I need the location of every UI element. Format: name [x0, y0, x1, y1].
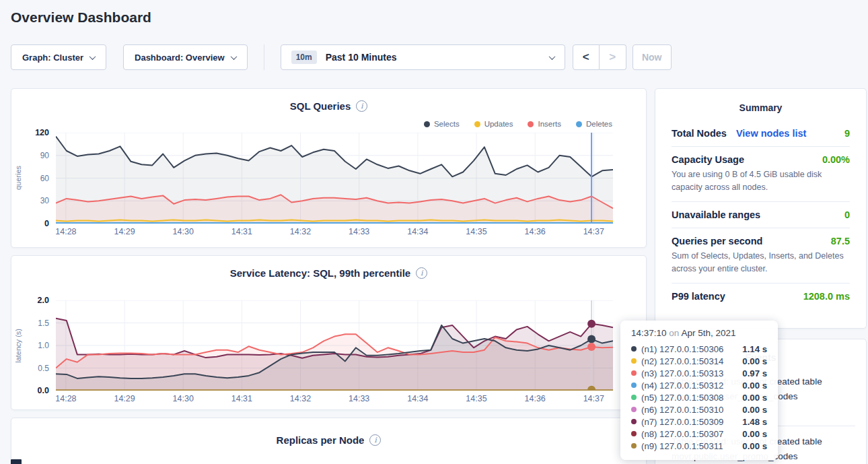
x-tick: 14:28 [55, 394, 76, 403]
dashboard-selector-dropdown[interactable]: Dashboard: Overview [123, 44, 248, 70]
time-range-label: Past 10 Minutes [326, 52, 397, 63]
node-label: (n6) 127.0.0.1:50310 [641, 405, 723, 415]
legend-label: Deletes [586, 120, 612, 128]
y-tick: 30 [40, 196, 49, 205]
tooltip-node-row: (n7) 127.0.0.1:50309 1.48 s [631, 416, 767, 428]
inserts-series-dot-icon [528, 121, 534, 127]
node-series-dot-icon [631, 358, 637, 364]
node-latency-value: 0.00 s [742, 393, 767, 403]
summary-panel: Summary Total Nodes View nodes list 9 Ca… [655, 88, 867, 329]
node-label: (n8) 127.0.0.1:50307 [641, 429, 723, 439]
chart-title: Service Latency: SQL, 99th percentile [230, 267, 410, 279]
y-axis-ticks: 2.0 1.5 1.0 0.5 0.0 [25, 300, 56, 391]
node-label: (n7) 127.0.0.1:50309 [641, 417, 723, 427]
x-tick: 14:35 [466, 227, 486, 236]
node-latency-value: 1.48 s [742, 417, 767, 427]
node-latency-value: 0.97 s [742, 368, 767, 378]
x-tick: 14:35 [466, 394, 486, 403]
y-axis-ticks: 120 90 60 30 0 [25, 133, 56, 224]
chart-title: SQL Queries [290, 100, 351, 112]
node-latency-value: 0.00 s [742, 380, 767, 391]
tooltip-time: 14:37:10 [631, 328, 667, 338]
replicas-per-node-chart-card: Replicas per Node i [11, 418, 647, 464]
chevron-down-icon [548, 53, 555, 60]
chevron-down-icon [89, 53, 96, 60]
service-latency-plot[interactable] [56, 300, 613, 391]
chart-legend: Selects Updates Inserts Deletes [424, 120, 612, 128]
x-tick: 14:33 [349, 394, 369, 403]
total-nodes-value: 9 [844, 128, 850, 139]
summary-title: Summary [672, 100, 850, 115]
x-tick: 14:28 [55, 227, 76, 236]
now-button[interactable]: Now [632, 44, 672, 70]
node-label: (n2) 127.0.0.1:50314 [641, 356, 723, 366]
capacity-usage-row: Capacity Usage 0.00% You are using 0 B o… [672, 146, 850, 201]
prev-range-button[interactable]: < [573, 44, 600, 70]
x-tick: 14:30 [173, 227, 194, 236]
graph-selector-dropdown[interactable]: Graph: Cluster [11, 44, 106, 70]
y-tick: 120 [35, 128, 49, 137]
node-series-dot-icon [631, 370, 637, 376]
chevron-down-icon [230, 53, 237, 60]
node-label: (n5) 127.0.0.1:50308 [641, 393, 723, 403]
latency-hover-tooltip: 14:37:10 on Apr 5th, 2021 (n1) 127.0.0.1… [620, 321, 778, 460]
selects-series-dot-icon [424, 121, 430, 127]
graph-selector-label: Graph: Cluster [22, 53, 83, 63]
tooltip-node-row: (n2) 127.0.0.1:50314 0.00 s [631, 355, 767, 367]
x-tick: 14:36 [525, 227, 546, 236]
x-tick: 14:34 [407, 227, 428, 236]
y-axis-label: latency (s) [14, 329, 22, 363]
tooltip-node-row: (n6) 127.0.0.1:50310 0.00 s [631, 403, 767, 416]
info-icon[interactable]: i [416, 267, 427, 279]
next-range-button[interactable]: > [600, 44, 626, 70]
x-tick: 14:33 [349, 227, 369, 236]
node-label: (n3) 127.0.0.1:50313 [641, 368, 723, 378]
node-series-dot-icon [631, 346, 637, 352]
x-tick: 14:32 [290, 227, 311, 236]
range-nav: < > [573, 44, 626, 70]
legend-item-inserts: Inserts [528, 120, 561, 128]
node-latency-value: 0.00 s [742, 441, 767, 451]
tooltip-timestamp: 14:37:10 on Apr 5th, 2021 [631, 328, 767, 338]
info-icon[interactable]: i [356, 100, 367, 112]
dashboard-selector-label: Dashboard: Overview [135, 53, 225, 63]
dashboard-controls: Graph: Cluster Dashboard: Overview 10m P… [11, 44, 857, 70]
info-icon[interactable]: i [369, 434, 381, 446]
tooltip-node-row: (n8) 127.0.0.1:50307 0.00 s [631, 428, 767, 440]
y-tick: 0 [44, 219, 49, 228]
legend-label: Updates [484, 120, 513, 128]
legend-item-selects: Selects [424, 120, 460, 128]
y-tick: 90 [40, 151, 49, 160]
unavailable-ranges-label: Unavailable ranges [672, 209, 760, 220]
page-title: Overview Dashboard [11, 9, 868, 26]
sql-queries-header: SQL Queries i [11, 89, 646, 112]
x-axis-ticks: 14:28 14:29 14:30 14:31 14:32 14:33 14:3… [56, 391, 613, 405]
unavailable-ranges-value: 0 [844, 209, 850, 220]
p99-latency-value: 1208.0 ms [803, 291, 850, 302]
node-latency-value: 0.00 s [742, 356, 767, 366]
node-series-dot-icon [631, 395, 637, 400]
node-series-dot-icon [631, 431, 637, 436]
x-tick: 14:32 [290, 394, 311, 403]
tooltip-node-row: (n1) 127.0.0.1:50306 1.14 s [631, 343, 767, 355]
x-axis-ticks: 14:28 14:29 14:30 14:31 14:32 14:33 14:3… [56, 224, 613, 238]
x-tick: 14:36 [525, 394, 546, 403]
deletes-series-dot-icon [576, 121, 582, 127]
legend-item-updates: Updates [474, 120, 513, 128]
node-label: (n1) 127.0.0.1:50306 [641, 344, 723, 354]
sql-queries-plot[interactable] [56, 133, 613, 224]
time-range-selector[interactable]: 10m Past 10 Minutes [281, 44, 565, 70]
legend-item-deletes: Deletes [576, 120, 612, 128]
tooltip-node-row: (n4) 127.0.0.1:50312 0.00 s [631, 379, 767, 391]
view-nodes-list-link[interactable]: View nodes list [736, 128, 807, 139]
capacity-usage-label: Capacity Usage [672, 154, 744, 165]
x-tick: 14:29 [114, 227, 135, 236]
legend-label: Inserts [538, 120, 561, 128]
total-nodes-row: Total Nodes View nodes list 9 [672, 121, 850, 146]
y-tick: 0.0 [38, 386, 49, 395]
x-tick: 14:37 [583, 227, 604, 236]
node-label: (n9) 127.0.0.1:50311 [641, 441, 723, 451]
tooltip-node-row: (n5) 127.0.0.1:50308 0.00 s [631, 391, 767, 403]
replicas-per-node-header: Replicas per Node i [11, 423, 646, 446]
tooltip-date: Apr 5th, 2021 [681, 328, 735, 338]
